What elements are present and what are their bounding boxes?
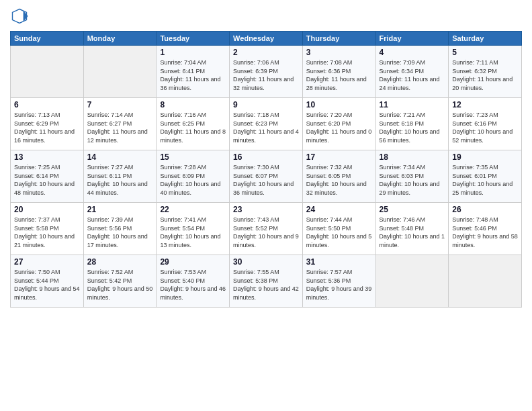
day-cell: 13Sunrise: 7:25 AMSunset: 6:14 PMDayligh…	[11, 150, 84, 203]
day-cell: 17Sunrise: 7:32 AMSunset: 6:05 PMDayligh…	[302, 150, 375, 203]
day-cell: 19Sunrise: 7:35 AMSunset: 6:01 PMDayligh…	[449, 150, 522, 203]
day-number: 11	[380, 100, 445, 109]
day-info: Sunrise: 7:09 AMSunset: 6:34 PMDaylight:…	[380, 58, 445, 92]
day-cell: 9Sunrise: 7:18 AMSunset: 6:23 PMDaylight…	[230, 98, 303, 150]
day-info: Sunrise: 7:30 AMSunset: 6:07 PMDaylight:…	[233, 163, 299, 197]
day-info: Sunrise: 7:53 AMSunset: 5:40 PMDaylight:…	[160, 268, 226, 302]
week-row-5: 27Sunrise: 7:50 AMSunset: 5:44 PMDayligh…	[11, 255, 522, 308]
day-number: 12	[452, 100, 518, 109]
day-info: Sunrise: 7:04 AMSunset: 6:41 PMDaylight:…	[160, 58, 226, 92]
day-info: Sunrise: 7:06 AMSunset: 6:39 PMDaylight:…	[233, 58, 299, 92]
day-info: Sunrise: 7:41 AMSunset: 5:54 PMDaylight:…	[160, 216, 226, 249]
day-info: Sunrise: 7:43 AMSunset: 5:52 PMDaylight:…	[233, 216, 299, 249]
day-number: 16	[233, 152, 299, 162]
day-number: 8	[160, 100, 226, 109]
day-info: Sunrise: 7:55 AMSunset: 5:38 PMDaylight:…	[233, 268, 299, 302]
day-info: Sunrise: 7:11 AMSunset: 6:32 PMDaylight:…	[452, 58, 518, 92]
day-number: 27	[14, 257, 80, 267]
day-cell: 26Sunrise: 7:48 AMSunset: 5:46 PMDayligh…	[449, 203, 522, 255]
day-number: 21	[87, 205, 153, 214]
day-cell: 21Sunrise: 7:39 AMSunset: 5:56 PMDayligh…	[83, 203, 157, 255]
day-number: 7	[87, 100, 153, 109]
day-header-wednesday: Wednesday	[230, 32, 303, 46]
day-info: Sunrise: 7:16 AMSunset: 6:25 PMDaylight:…	[160, 111, 226, 144]
day-cell: 3Sunrise: 7:08 AMSunset: 6:36 PMDaylight…	[302, 46, 375, 98]
day-number: 20	[14, 205, 80, 214]
day-cell: 27Sunrise: 7:50 AMSunset: 5:44 PMDayligh…	[11, 255, 84, 308]
day-number: 10	[306, 100, 372, 109]
day-info: Sunrise: 7:34 AMSunset: 6:03 PMDaylight:…	[380, 163, 445, 197]
day-number: 26	[452, 205, 518, 214]
day-info: Sunrise: 7:32 AMSunset: 6:05 PMDaylight:…	[306, 163, 372, 197]
day-cell: 12Sunrise: 7:23 AMSunset: 6:16 PMDayligh…	[449, 98, 522, 150]
day-number: 9	[233, 100, 299, 109]
day-info: Sunrise: 7:52 AMSunset: 5:42 PMDaylight:…	[87, 268, 153, 302]
day-number: 3	[306, 48, 372, 57]
day-number: 17	[306, 152, 372, 162]
day-header-tuesday: Tuesday	[157, 32, 230, 46]
day-cell: 15Sunrise: 7:28 AMSunset: 6:09 PMDayligh…	[157, 150, 230, 203]
day-info: Sunrise: 7:50 AMSunset: 5:44 PMDaylight:…	[14, 268, 80, 302]
day-number: 5	[452, 48, 518, 57]
header-row: SundayMondayTuesdayWednesdayThursdayFrid…	[11, 32, 522, 46]
day-number: 4	[380, 48, 445, 57]
day-info: Sunrise: 7:23 AMSunset: 6:16 PMDaylight:…	[452, 111, 518, 144]
day-cell: 4Sunrise: 7:09 AMSunset: 6:34 PMDaylight…	[375, 46, 449, 98]
week-row-3: 13Sunrise: 7:25 AMSunset: 6:14 PMDayligh…	[11, 150, 522, 203]
day-number: 13	[14, 152, 80, 162]
day-cell	[449, 255, 522, 308]
day-number: 6	[14, 100, 80, 109]
day-number: 25	[380, 205, 445, 214]
day-info: Sunrise: 7:46 AMSunset: 5:48 PMDaylight:…	[380, 216, 445, 249]
day-cell: 31Sunrise: 7:57 AMSunset: 5:36 PMDayligh…	[302, 255, 375, 308]
day-info: Sunrise: 7:14 AMSunset: 6:27 PMDaylight:…	[87, 111, 153, 144]
day-number: 28	[87, 257, 153, 267]
day-cell: 5Sunrise: 7:11 AMSunset: 6:32 PMDaylight…	[449, 46, 522, 98]
day-number: 31	[306, 257, 372, 267]
day-info: Sunrise: 7:28 AMSunset: 6:09 PMDaylight:…	[160, 163, 226, 197]
day-cell: 6Sunrise: 7:13 AMSunset: 6:29 PMDaylight…	[11, 98, 84, 150]
day-cell	[83, 46, 157, 98]
day-cell: 25Sunrise: 7:46 AMSunset: 5:48 PMDayligh…	[375, 203, 449, 255]
day-cell: 28Sunrise: 7:52 AMSunset: 5:42 PMDayligh…	[83, 255, 157, 308]
day-info: Sunrise: 7:27 AMSunset: 6:11 PMDaylight:…	[87, 163, 153, 197]
day-number: 24	[306, 205, 372, 214]
day-number: 2	[233, 48, 299, 57]
day-cell: 11Sunrise: 7:21 AMSunset: 6:18 PMDayligh…	[375, 98, 449, 150]
day-cell: 8Sunrise: 7:16 AMSunset: 6:25 PMDaylight…	[157, 98, 230, 150]
day-number: 18	[380, 152, 445, 162]
day-info: Sunrise: 7:48 AMSunset: 5:46 PMDaylight:…	[452, 216, 518, 249]
header	[10, 7, 522, 26]
day-cell: 7Sunrise: 7:14 AMSunset: 6:27 PMDaylight…	[83, 98, 157, 150]
day-info: Sunrise: 7:18 AMSunset: 6:23 PMDaylight:…	[233, 111, 299, 144]
day-cell: 29Sunrise: 7:53 AMSunset: 5:40 PMDayligh…	[157, 255, 230, 308]
day-cell	[375, 255, 449, 308]
day-cell: 1Sunrise: 7:04 AMSunset: 6:41 PMDaylight…	[157, 46, 230, 98]
day-header-saturday: Saturday	[449, 32, 522, 46]
day-info: Sunrise: 7:35 AMSunset: 6:01 PMDaylight:…	[452, 163, 518, 197]
day-number: 23	[233, 205, 299, 214]
day-info: Sunrise: 7:37 AMSunset: 5:58 PMDaylight:…	[14, 216, 80, 249]
day-header-monday: Monday	[83, 32, 157, 46]
day-cell: 22Sunrise: 7:41 AMSunset: 5:54 PMDayligh…	[157, 203, 230, 255]
day-info: Sunrise: 7:39 AMSunset: 5:56 PMDaylight:…	[87, 216, 153, 249]
week-row-4: 20Sunrise: 7:37 AMSunset: 5:58 PMDayligh…	[11, 203, 522, 255]
day-number: 29	[160, 257, 226, 267]
day-info: Sunrise: 7:57 AMSunset: 5:36 PMDaylight:…	[306, 268, 372, 302]
day-number: 22	[160, 205, 226, 214]
day-info: Sunrise: 7:44 AMSunset: 5:50 PMDaylight:…	[306, 216, 372, 249]
day-number: 1	[160, 48, 226, 57]
day-number: 30	[233, 257, 299, 267]
day-number: 14	[87, 152, 153, 162]
day-cell: 24Sunrise: 7:44 AMSunset: 5:50 PMDayligh…	[302, 203, 375, 255]
day-cell: 20Sunrise: 7:37 AMSunset: 5:58 PMDayligh…	[11, 203, 84, 255]
day-number: 19	[452, 152, 518, 162]
day-info: Sunrise: 7:25 AMSunset: 6:14 PMDaylight:…	[14, 163, 80, 197]
week-row-2: 6Sunrise: 7:13 AMSunset: 6:29 PMDaylight…	[11, 98, 522, 150]
day-cell	[11, 46, 84, 98]
calendar-table: SundayMondayTuesdayWednesdayThursdayFrid…	[10, 31, 522, 308]
day-info: Sunrise: 7:08 AMSunset: 6:36 PMDaylight:…	[306, 58, 372, 92]
day-cell: 10Sunrise: 7:20 AMSunset: 6:20 PMDayligh…	[302, 98, 375, 150]
day-cell: 2Sunrise: 7:06 AMSunset: 6:39 PMDaylight…	[230, 46, 303, 98]
day-header-friday: Friday	[375, 32, 449, 46]
